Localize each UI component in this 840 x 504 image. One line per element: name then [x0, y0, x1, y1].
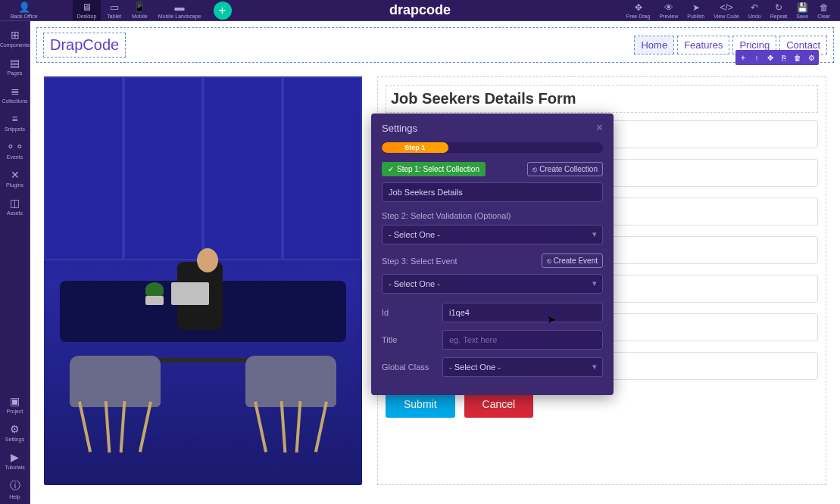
sidebar-label: Collections: [2, 98, 27, 104]
selection-toolbar: + ↑ ✥ ⎘ 🗑 ⚙: [735, 50, 819, 65]
sel-up-icon[interactable]: ↑: [751, 51, 763, 64]
validation-select[interactable]: - Select One -: [382, 225, 603, 244]
view-code-button[interactable]: </>View Code: [710, 1, 743, 20]
title-label: Title: [382, 335, 435, 344]
move-icon: ✥: [635, 2, 642, 13]
settings-modal: Settings × Step 1 ✓Step 1: Select Collec…: [371, 114, 614, 395]
preview-button[interactable]: 👁Preview: [655, 1, 682, 20]
device-switcher: 🖥Desktop ▭Tablet 📱Mobile ▬Mobile Landsca…: [73, 0, 206, 20]
modal-header: Settings ×: [371, 114, 614, 142]
action-label: View Code: [714, 14, 739, 19]
action-label: Free Drag: [626, 14, 651, 19]
step3-label: Step 3: Select Event: [382, 257, 457, 266]
id-input[interactable]: [442, 303, 603, 322]
plus-icon: +: [219, 4, 226, 17]
navbar-brand[interactable]: DrapCode: [43, 33, 126, 58]
collection-input[interactable]: [382, 182, 603, 202]
step1-label: Step 1: Select Collection: [397, 165, 479, 173]
sel-add-icon[interactable]: +: [737, 51, 749, 64]
action-label: Repeat: [770, 14, 788, 19]
sidebar-label: Help: [9, 494, 20, 499]
hero-image[interactable]: [44, 76, 362, 485]
sidebar-settings[interactable]: ⚙Settings: [0, 418, 30, 446]
device-desktop[interactable]: 🖥Desktop: [73, 0, 101, 20]
sidebar-label: Assets: [7, 210, 23, 216]
sidebar-project[interactable]: ▣Project: [0, 390, 30, 418]
sel-copy-icon[interactable]: ⎘: [778, 51, 790, 64]
sidebar-tutorials[interactable]: ▶Tutorials: [0, 446, 30, 474]
device-label: Mobile: [132, 14, 148, 19]
id-label: Id: [382, 308, 435, 317]
events-icon: ⚬⚬: [6, 141, 24, 153]
create-collection-button[interactable]: ⎋Create Collection: [527, 162, 603, 176]
sidebar-snippets[interactable]: ≡Snippets: [0, 108, 30, 136]
nav-features[interactable]: Features: [677, 36, 729, 54]
sidebar-plugins[interactable]: ✕Plugins: [0, 164, 30, 192]
create-event-button[interactable]: ⎋Create Event: [542, 254, 603, 268]
free-drag-button[interactable]: ✥Free Drag: [623, 1, 654, 20]
repeat-button[interactable]: ↻Repeat: [767, 1, 792, 20]
create-collection-label: Create Collection: [539, 165, 598, 173]
page-navbar[interactable]: DrapCode Home Features Pricing Contact: [36, 27, 834, 63]
create-event-label: Create Event: [554, 257, 598, 265]
plus-square-icon: ⊞: [11, 29, 20, 41]
publish-button[interactable]: ➤Publish: [683, 1, 708, 20]
sidebar-help[interactable]: ⓘHelp: [0, 474, 30, 504]
sidebar-label: Plugins: [6, 182, 23, 188]
device-label: Desktop: [77, 14, 97, 19]
sidebar-label: Tutorials: [5, 465, 25, 470]
back-office-button[interactable]: 👤 Back Office: [6, 0, 42, 20]
sidebar-label: Pages: [8, 70, 23, 76]
check-icon: ✓: [388, 165, 394, 173]
action-label: Preview: [659, 14, 678, 19]
help-icon: ⓘ: [10, 479, 20, 493]
trash-icon: 🗑: [820, 2, 829, 13]
step3-row: Step 3: Select Event ⎋Create Event: [382, 254, 603, 268]
sidebar-label: Events: [7, 154, 23, 160]
sidebar-components[interactable]: ⊞Components: [0, 24, 30, 52]
progress-fill: Step 1: [382, 142, 448, 153]
sel-move-icon[interactable]: ✥: [764, 51, 776, 64]
device-tablet[interactable]: ▭Tablet: [102, 0, 126, 20]
save-button[interactable]: 💾Save: [792, 1, 812, 20]
action-label: Undo: [748, 14, 761, 19]
event-select[interactable]: - Select One -: [382, 274, 603, 294]
title-row: Title: [382, 330, 603, 350]
sidebar-label: Snippets: [5, 126, 25, 132]
sidebar-assets[interactable]: ◫Assets: [0, 192, 30, 220]
page-icon: ▤: [10, 57, 20, 69]
brand-logo: drapcode: [389, 2, 451, 18]
sidebar-collections[interactable]: ≣Collections: [0, 80, 30, 108]
device-mobile[interactable]: 📱Mobile: [127, 0, 152, 20]
sidebar-pages[interactable]: ▤Pages: [0, 52, 30, 80]
device-landscape[interactable]: ▬Mobile Landscape: [154, 0, 206, 20]
action-label: Save: [796, 14, 808, 19]
undo-button[interactable]: ↶Undo: [745, 1, 765, 20]
step2-label: Step 2: Select Validation (Optional): [382, 211, 603, 220]
sidebar-events[interactable]: ⚬⚬Events: [0, 136, 30, 164]
sel-delete-icon[interactable]: 🗑: [792, 51, 804, 64]
external-icon: ⎋: [532, 165, 537, 173]
action-label: Clear: [817, 14, 830, 19]
form-title[interactable]: Job Seekers Details Form: [386, 85, 818, 113]
modal-body: ✓Step 1: Select Collection ⎋Create Colle…: [371, 162, 614, 395]
top-toolbar: 👤 Back Office 🖥Desktop ▭Tablet 📱Mobile ▬…: [0, 0, 840, 21]
database-icon: ≣: [11, 85, 20, 97]
save-icon: 💾: [797, 2, 808, 13]
nav-home[interactable]: Home: [634, 36, 674, 54]
title-input[interactable]: [442, 330, 603, 350]
sel-settings-icon[interactable]: ⚙: [805, 51, 817, 64]
sidebar-label: Project: [7, 409, 23, 414]
landscape-icon: ▬: [175, 2, 185, 13]
global-class-row: Global Class - Select One -: [382, 357, 603, 377]
sidebar-label: Components: [0, 42, 30, 48]
project-icon: ▣: [10, 395, 20, 407]
publish-icon: ➤: [692, 2, 700, 13]
top-actions: ✥Free Drag 👁Preview ➤Publish </>View Cod…: [623, 1, 834, 20]
clear-button[interactable]: 🗑Clear: [813, 1, 834, 20]
global-class-label: Global Class: [382, 362, 435, 372]
add-button[interactable]: +: [214, 2, 232, 20]
close-icon[interactable]: ×: [596, 121, 603, 135]
user-icon: 👤: [18, 2, 30, 13]
global-class-select[interactable]: - Select One -: [442, 357, 603, 377]
